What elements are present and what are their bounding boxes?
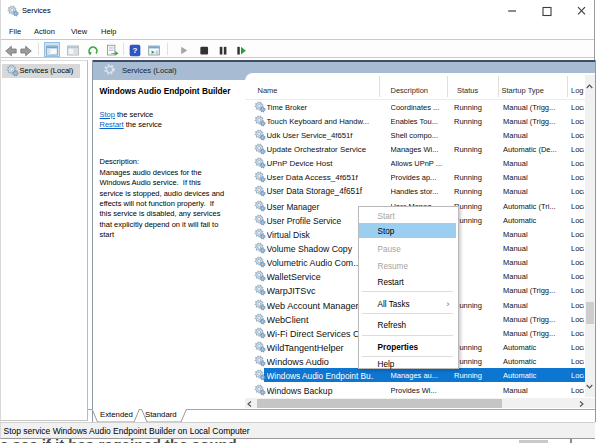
svg-text:?: ?: [132, 46, 137, 55]
